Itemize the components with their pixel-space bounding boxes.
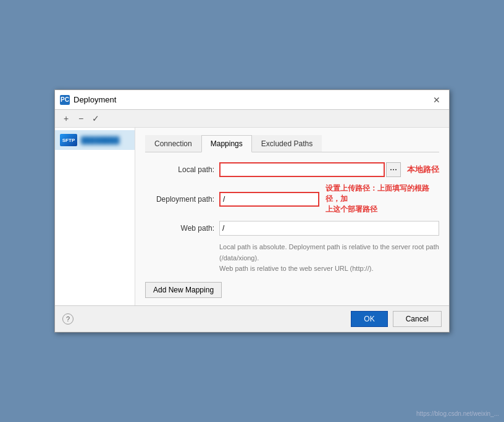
tab-mappings[interactable]: Mappings xyxy=(201,135,252,152)
sftp-icon: SFTP xyxy=(60,134,77,146)
browse-icon: ⋯ xyxy=(390,165,397,174)
content-area: Connection Mappings Excluded Paths Local… xyxy=(135,128,449,305)
web-path-input[interactable] xyxy=(219,221,439,236)
main-area: SFTP ████████ Connection Mappings Exclud… xyxy=(55,128,449,305)
toolbar: + − ✓ xyxy=(55,110,449,128)
local-path-input-wrapper: ⋯ xyxy=(219,162,401,177)
footer-buttons: OK Cancel xyxy=(351,311,442,327)
add-new-mapping-button[interactable]: Add New Mapping xyxy=(145,282,222,298)
watermark: https://blog.csdn.net/weixin_... xyxy=(416,410,499,417)
cancel-button[interactable]: Cancel xyxy=(393,311,442,327)
hint-text: Local path is absolute. Deployment path … xyxy=(145,242,439,275)
close-button[interactable]: ✕ xyxy=(429,94,444,106)
add-button[interactable]: + xyxy=(60,112,72,125)
app-icon: PC xyxy=(60,95,70,105)
deployment-path-input-wrapper xyxy=(219,192,319,207)
dialog-title: Deployment xyxy=(74,95,116,104)
local-path-input[interactable] xyxy=(219,162,385,177)
local-path-row: Local path: ⋯ 本地路径 xyxy=(145,162,439,177)
tab-connection[interactable]: Connection xyxy=(145,135,201,152)
web-path-input-wrapper xyxy=(219,221,439,236)
sidebar: SFTP ████████ xyxy=(55,128,135,305)
deployment-path-label: Deployment path: xyxy=(145,195,219,204)
web-path-row: Web path: xyxy=(145,221,439,236)
deployment-dialog: PC Deployment ✕ + − ✓ SFTP ████████ Conn… xyxy=(54,89,450,333)
browse-button[interactable]: ⋯ xyxy=(386,162,401,177)
remove-button[interactable]: − xyxy=(75,112,87,125)
sidebar-item-label: ████████ xyxy=(81,136,119,144)
ok-button[interactable]: OK xyxy=(351,311,387,327)
help-button[interactable]: ? xyxy=(62,313,74,325)
tab-bar: Connection Mappings Excluded Paths xyxy=(145,135,439,152)
local-path-annotation: 本地路径 xyxy=(407,164,439,175)
sidebar-item-sftp[interactable]: SFTP ████████ xyxy=(55,130,135,150)
dialog-footer: ? OK Cancel xyxy=(55,305,449,332)
local-path-label: Local path: xyxy=(145,165,219,174)
deployment-path-annotation: 设置上传路径：上面填写的根路径，加 上这个部署路径 xyxy=(326,183,439,215)
title-bar: PC Deployment ✕ xyxy=(55,90,449,110)
deployment-path-input[interactable] xyxy=(219,192,319,207)
deployment-path-row: Deployment path: 设置上传路径：上面填写的根路径，加 上这个部署… xyxy=(145,183,439,215)
title-bar-left: PC Deployment xyxy=(60,95,116,105)
confirm-button[interactable]: ✓ xyxy=(90,112,102,125)
tab-excluded-paths[interactable]: Excluded Paths xyxy=(252,135,322,152)
web-path-label: Web path: xyxy=(145,224,219,233)
